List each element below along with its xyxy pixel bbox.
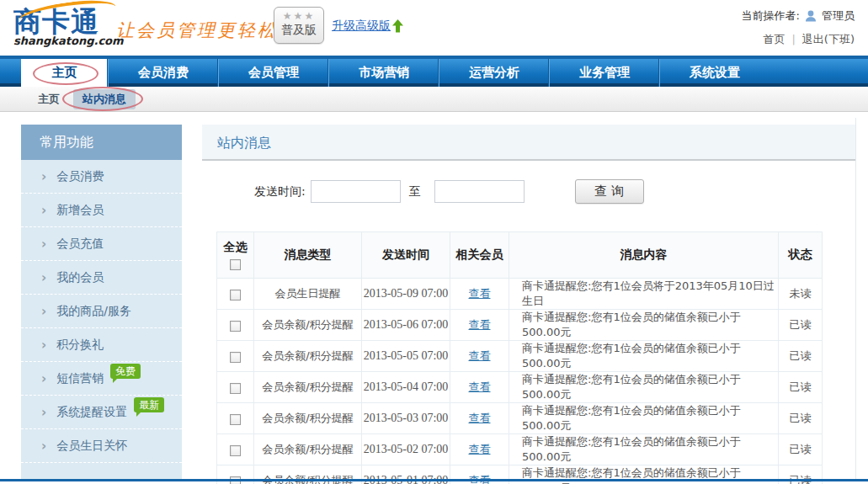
sidebar-item-label: 我的商品/服务 [56, 304, 131, 319]
send-time-cell: 2013-05-03 07:00 [362, 403, 450, 434]
nav-item-运营分析[interactable]: 运营分析 [439, 59, 549, 87]
row-checkbox[interactable] [230, 352, 241, 363]
table-row: 会员余额/积分提醒2013-05-05 07:00查看商卡通提醒您:您有1位会员… [217, 341, 823, 372]
date-from-input[interactable] [311, 180, 401, 203]
message-content-cell: 商卡通提醒您:您有1位会员将于2013年05月10日过生日 [509, 279, 779, 310]
message-content-cell: 商卡通提醒您:您有1位会员的储值余额已小于500.00元 [509, 310, 779, 341]
logo-tagline: 让会员管理更轻松 [116, 19, 278, 42]
table-row: 会员余额/积分提醒2013-05-06 07:00查看商卡通提醒您:您有1位会员… [217, 310, 823, 341]
chevron-right-icon: › [41, 203, 46, 218]
sidebar-item-会员充值[interactable]: ›会员充值 [21, 227, 182, 261]
send-time-cell: 2013-05-05 07:00 [362, 341, 450, 372]
view-member-link[interactable]: 查看 [469, 412, 491, 424]
row-checkbox[interactable] [230, 290, 241, 301]
panel-right-line [855, 118, 856, 480]
sidebar-item-会员生日关怀[interactable]: ›会员生日关怀 [21, 429, 182, 463]
view-member-link[interactable]: 查看 [469, 380, 491, 393]
sidebar-badge: 最新 [134, 397, 164, 412]
message-type-cell: 会员余额/积分提醒 [254, 341, 362, 372]
home-link[interactable]: 首页 [763, 33, 785, 45]
chevron-right-icon: › [41, 338, 46, 353]
chevron-right-icon: › [41, 439, 46, 454]
message-type-cell: 会员余额/积分提醒 [254, 310, 362, 341]
nav-item-业务管理[interactable]: 业务管理 [549, 59, 659, 87]
stars-icon: ★★★ [274, 11, 323, 21]
sidebar: 常用功能 ›会员消费›新增会员›会员充值›我的会员›我的商品/服务›积分换礼›短… [21, 125, 182, 479]
message-content-cell: 商卡通提醒您:您有1位会员的储值余额已小于500.00元 [509, 403, 779, 434]
view-member-link[interactable]: 查看 [469, 349, 491, 362]
sidebar-item-系统提醒设置[interactable]: ›系统提醒设置最新 [21, 396, 182, 429]
top-header: 商卡通 shangkatong.com 让会员管理更轻松 ★★★ 普及版 升级高… [0, 0, 868, 56]
page: 商卡通 shangkatong.com 让会员管理更轻松 ★★★ 普及版 升级高… [0, 0, 868, 484]
chevron-right-icon: › [41, 237, 46, 252]
nav-item-主页[interactable]: 主页 [21, 59, 108, 87]
status-cell: 已读 [779, 341, 823, 372]
message-type-cell: 会员余额/积分提醒 [254, 403, 362, 434]
sidebar-item-积分换礼[interactable]: ›积分换礼 [21, 328, 182, 362]
nav-item-系统设置[interactable]: 系统设置 [659, 59, 769, 87]
row-checkbox[interactable] [230, 383, 241, 394]
view-member-link[interactable]: 查看 [469, 443, 491, 455]
message-table: 全选 消息类型 发送时间 相关会员 消息内容 状态 会员生日提醒2013-05-… [216, 231, 823, 484]
send-time-cell: 2013-05-09 07:00 [362, 279, 450, 310]
nav-item-会员管理[interactable]: 会员管理 [218, 59, 328, 87]
logo: 商卡通 shangkatong.com [13, 7, 123, 47]
header-content: 消息内容 [509, 232, 779, 279]
date-to-input[interactable] [434, 180, 525, 203]
table-header-row: 全选 消息类型 发送时间 相关会员 消息内容 状态 [217, 232, 823, 279]
chevron-right-icon: › [41, 270, 46, 285]
search-button[interactable]: 查 询 [575, 179, 644, 204]
sidebar-item-我的商品/服务[interactable]: ›我的商品/服务 [21, 295, 182, 328]
main-nav: 主页会员消费会员管理市场营销运营分析业务管理系统设置 [0, 59, 868, 87]
sidebar-item-label: 系统提醒设置 [56, 405, 127, 420]
send-time-cell: 2013-05-04 07:00 [362, 372, 450, 403]
sidebar-item-我的会员[interactable]: ›我的会员 [21, 261, 182, 295]
breadcrumb-current[interactable]: 站内消息 [73, 89, 136, 109]
header-links: 首页|退出(下班) [763, 32, 855, 47]
message-content-cell: 商卡通提醒您:您有1位会员的储值余额已小于500.00元 [509, 341, 779, 372]
select-all-checkbox[interactable] [230, 259, 241, 270]
header-status: 状态 [779, 232, 823, 279]
view-member-link[interactable]: 查看 [469, 287, 491, 300]
message-content-cell: 商卡通提醒您:您有1位会员的储值余额已小于500.00元 [509, 372, 779, 403]
status-cell: 未读 [779, 279, 823, 310]
sidebar-item-label: 短信营销 [56, 371, 104, 386]
message-table-wrap: 全选 消息类型 发送时间 相关会员 消息内容 状态 会员生日提醒2013-05-… [216, 231, 822, 484]
message-type-cell: 会员余额/积分提醒 [254, 434, 362, 465]
sidebar-item-新增会员[interactable]: ›新增会员 [21, 194, 182, 227]
upgrade-link[interactable]: 升级高级版 [332, 19, 403, 34]
row-checkbox[interactable] [230, 445, 241, 456]
sidebar-badge: 免费 [110, 364, 141, 379]
status-cell: 已读 [779, 403, 823, 434]
chevron-right-icon: › [41, 405, 46, 420]
panel-title-strip: 站内消息 [202, 125, 856, 161]
sidebar-item-会员消费[interactable]: ›会员消费 [21, 160, 182, 194]
chevron-right-icon: › [41, 304, 46, 319]
sidebar-item-短信营销[interactable]: ›短信营销免费 [21, 362, 182, 396]
row-checkbox[interactable] [230, 414, 241, 425]
send-time-label: 发送时间: [254, 184, 306, 199]
chevron-right-icon: › [41, 371, 46, 386]
header-type: 消息类型 [254, 232, 362, 279]
bottom-blue-line [0, 479, 868, 481]
logo-domain: shangkatong.com [13, 35, 123, 47]
operator-name: 管理员 [822, 8, 855, 24]
nav-item-会员消费[interactable]: 会员消费 [108, 59, 218, 87]
view-member-link[interactable]: 查看 [469, 318, 491, 331]
link-divider: | [791, 33, 795, 45]
upgrade-link-label: 升级高级版 [332, 19, 391, 34]
sidebar-item-label: 会员充值 [56, 237, 104, 252]
edition-label: 普及版 [274, 23, 323, 38]
page-title: 站内消息 [202, 125, 856, 161]
edition-badge: ★★★ 普及版 [274, 7, 324, 44]
nav-item-市场营销[interactable]: 市场营销 [328, 59, 439, 87]
status-cell: 已读 [779, 372, 823, 403]
header-time: 发送时间 [362, 232, 450, 279]
row-checkbox[interactable] [230, 321, 241, 332]
breadcrumb-home[interactable]: 主页 [38, 92, 60, 107]
chevron-right-icon: › [41, 169, 46, 184]
logout-link[interactable]: 退出(下班) [802, 33, 855, 45]
sidebar-item-label: 会员生日关怀 [56, 439, 127, 454]
table-row: 会员生日提醒2013-05-09 07:00查看商卡通提醒您:您有1位会员将于2… [217, 279, 823, 310]
to-label: 至 [409, 184, 421, 199]
